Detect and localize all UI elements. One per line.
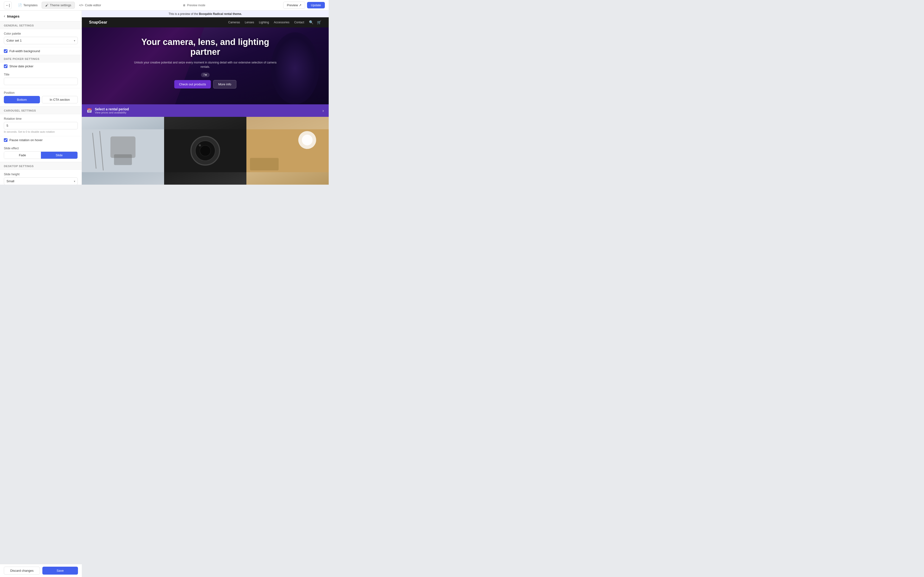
tab-theme-settings[interactable]: 🖌 Theme settings xyxy=(42,2,75,9)
main-area: ‹ Images General settings Color palette … xyxy=(0,11,329,185)
store-logo: SnapGear xyxy=(89,20,107,24)
preview-mode-area: 🖥 Preview mode xyxy=(106,3,282,7)
color-palette-select[interactable]: Color set 1 xyxy=(4,37,78,44)
rental-arrow-icon: › xyxy=(322,108,324,113)
full-width-bg-row: Full-width background xyxy=(0,47,82,55)
position-group: Position Bottom In CTA section xyxy=(0,88,82,106)
full-width-bg-checkbox[interactable] xyxy=(4,49,8,53)
color-palette-select-wrapper: Color set 1 ▾ xyxy=(4,37,78,44)
slide-effect-label: Slide effect xyxy=(4,147,78,150)
rental-main-text: Select a rental period xyxy=(95,107,322,111)
effect-fade-btn[interactable]: Fade xyxy=(4,152,41,159)
rotation-time-group: Rotation time In seconds. Set to 0 to di… xyxy=(0,114,82,136)
pause-rotation-row: Pause rotation on hover xyxy=(0,136,82,144)
rental-sub-text: View prices and availability xyxy=(95,111,322,114)
title-group: Title xyxy=(0,70,82,88)
preview-banner: This is a preview of the Booqable Radica… xyxy=(82,11,329,17)
effect-slide-btn[interactable]: Slide xyxy=(41,152,78,159)
hero-badge: 7★ xyxy=(201,73,210,77)
product-thumb-3[interactable] xyxy=(246,117,329,185)
svg-point-8 xyxy=(200,145,211,156)
product-thumb-1[interactable] xyxy=(82,117,164,185)
search-icon[interactable]: 🔍 xyxy=(309,20,313,24)
svg-rect-2 xyxy=(114,154,132,165)
tab-code-editor[interactable]: </> Code editor xyxy=(75,2,105,9)
section-date-picker: Date picker settings xyxy=(0,55,82,63)
tab-templates[interactable]: 📄 Templates xyxy=(15,2,41,9)
rotation-time-input[interactable] xyxy=(4,122,78,129)
brush-icon: 🖌 xyxy=(45,3,48,7)
section-desktop: Desktop settings xyxy=(0,162,82,170)
rental-text: Select a rental period View prices and a… xyxy=(95,107,322,114)
store-nav-links: Cameras Lenses Lighting Accessories Cont… xyxy=(228,21,304,24)
sidebar-back-icon[interactable]: ‹ xyxy=(4,14,5,18)
back-button[interactable]: ←| xyxy=(4,2,11,9)
more-info-button[interactable]: More info xyxy=(213,80,236,89)
rental-bar[interactable]: 📅 Select a rental period View prices and… xyxy=(82,104,329,117)
slide-height-group: Slide height Small ▾ xyxy=(0,170,82,185)
position-label: Position xyxy=(4,91,78,95)
slide-effect-group: Slide effect Fade Slide xyxy=(0,144,82,162)
effect-btn-group: Fade Slide xyxy=(4,152,78,159)
store-nav: SnapGear Cameras Lenses Lighting Accesso… xyxy=(82,17,329,27)
pause-rotation-label: Pause rotation on hover xyxy=(10,138,43,142)
position-btn-group: Bottom In CTA section xyxy=(4,96,78,103)
rotation-time-wrapper xyxy=(4,122,78,129)
update-button[interactable]: Update xyxy=(307,2,325,8)
toolbar-tabs: 📄 Templates 🖌 Theme settings </> Code ed… xyxy=(15,2,105,9)
hero-buttons: Check out products More info xyxy=(131,80,279,89)
check-out-products-button[interactable]: Check out products xyxy=(174,80,211,89)
section-carousel: Carousel settings xyxy=(0,106,82,114)
rotation-time-label: Rotation time xyxy=(4,117,78,121)
back-icon: ←| xyxy=(5,3,10,7)
store-nav-icons: 🔍 🛒 xyxy=(309,20,321,24)
monitor-icon: 🖥 xyxy=(183,3,186,7)
title-input[interactable] xyxy=(4,77,78,85)
color-palette-label: Color palette xyxy=(4,32,78,35)
hero-title: Your camera, lens, and lighting partner xyxy=(131,37,279,57)
cart-icon[interactable]: 🛒 xyxy=(317,20,321,24)
code-icon: </> xyxy=(79,3,84,7)
nav-cameras[interactable]: Cameras xyxy=(228,21,240,24)
hero-subtitle: Unlock your creative potential and seize… xyxy=(131,60,279,69)
show-date-picker-checkbox[interactable] xyxy=(4,64,8,68)
document-icon: 📄 xyxy=(18,3,22,7)
preview-button[interactable]: Preview ↗ xyxy=(283,2,305,9)
hero-content: Your camera, lens, and lighting partner … xyxy=(131,37,279,89)
color-palette-group: Color palette Color set 1 ▾ xyxy=(0,29,82,47)
hero-section: Your camera, lens, and lighting partner … xyxy=(82,27,329,104)
nav-accessories[interactable]: Accessories xyxy=(274,21,289,24)
calendar-icon: 📅 xyxy=(87,108,92,113)
section-general: General settings xyxy=(0,21,82,29)
product-row xyxy=(82,117,329,185)
slide-height-select[interactable]: Small xyxy=(4,177,78,185)
svg-rect-13 xyxy=(250,158,279,171)
show-date-picker-row: Show date picker xyxy=(0,63,82,70)
sidebar-header: ‹ Images xyxy=(0,11,82,21)
preview-pane: This is a preview of the Booqable Radica… xyxy=(82,11,329,185)
nav-contact[interactable]: Contact xyxy=(294,21,304,24)
svg-point-12 xyxy=(302,135,313,145)
title-field-label: Title xyxy=(4,73,78,76)
slide-height-select-wrapper: Small ▾ xyxy=(4,177,78,185)
store-wrapper: This is a preview of the Booqable Radica… xyxy=(82,11,329,185)
position-cta-btn[interactable]: In CTA section xyxy=(42,96,78,103)
nav-lighting[interactable]: Lighting xyxy=(259,21,269,24)
rotation-time-hint: In seconds. Set to 0 to disable auto rot… xyxy=(4,130,78,133)
position-bottom-btn[interactable]: Bottom xyxy=(4,96,40,103)
show-date-picker-label: Show date picker xyxy=(10,64,34,68)
pause-rotation-checkbox[interactable] xyxy=(4,138,8,142)
svg-point-9 xyxy=(199,144,201,147)
sidebar: ‹ Images General settings Color palette … xyxy=(0,11,82,185)
toolbar-right: Preview ↗ Update xyxy=(283,2,325,9)
product-thumb-2[interactable] xyxy=(164,117,246,185)
slide-height-label: Slide height xyxy=(4,172,78,176)
sidebar-title: Images xyxy=(7,14,19,18)
full-width-bg-label: Full-width background xyxy=(10,49,40,53)
toolbar: ←| 📄 Templates 🖌 Theme settings </> Code… xyxy=(0,0,329,11)
nav-lenses[interactable]: Lenses xyxy=(245,21,254,24)
